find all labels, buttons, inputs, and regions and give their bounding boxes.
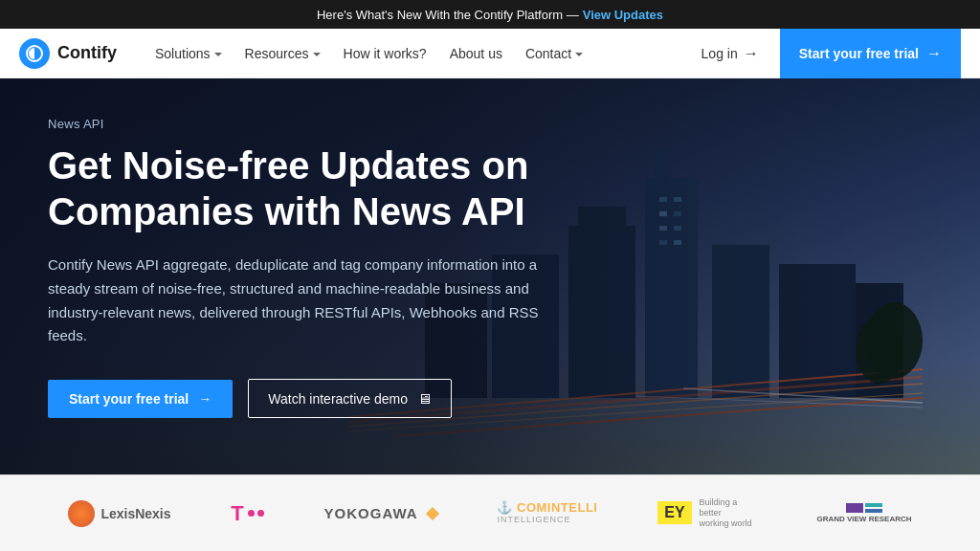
logo-icon <box>19 38 50 69</box>
nav-item-about-us[interactable]: About us <box>440 40 512 67</box>
nav-item-how-it-works[interactable]: How it works? <box>334 40 436 67</box>
nav-item-resources[interactable]: Resources <box>235 40 330 67</box>
grandview-blue-rect <box>865 509 882 513</box>
hero-cta-primary-button[interactable]: Start your free trial → <box>48 380 233 418</box>
announcement-link[interactable]: View Updates <box>583 8 663 22</box>
logo-link[interactable]: Contify <box>19 38 117 69</box>
login-icon: → <box>744 45 759 62</box>
hero-section: News API Get Noise-free Updates on Compa… <box>0 78 980 474</box>
logo-text: Contify <box>57 43 117 63</box>
logo-lexisnexis: LexisNexis <box>68 500 170 527</box>
announcement-bar: Here's What's New With the Contify Platf… <box>0 0 980 29</box>
nav-links: Solutions Resources How it works? About … <box>145 40 692 67</box>
logo-yokogawa: YOKOGAWA <box>324 505 437 521</box>
contify-logo-svg <box>26 45 43 62</box>
grandview-purple-rect <box>846 503 863 513</box>
tmobile-dots <box>248 510 264 517</box>
hero-content: News API Get Noise-free Updates on Compa… <box>0 78 593 456</box>
grandview-graphic <box>846 503 882 513</box>
hero-description: Contify News API aggregate, deduplicate … <box>48 253 546 348</box>
chevron-down-icon <box>575 53 583 56</box>
chevron-down-icon <box>313 53 321 56</box>
hero-cta-secondary-button[interactable]: Watch interactive demo 🖥 <box>248 379 452 418</box>
main-nav: Contify Solutions Resources How it works… <box>0 29 980 78</box>
grandview-teal-rect <box>865 503 882 507</box>
ey-icon: EY <box>657 501 691 524</box>
tmobile-t-icon: T <box>231 501 243 526</box>
tmobile-dot-1 <box>248 510 255 517</box>
logo-comintelli: ⚓ COMINTELLI INTELLIGENCE <box>497 501 597 524</box>
logo-ey: EY Building a betterworking world <box>657 497 756 528</box>
announcement-text: Here's What's New With the Contify Platf… <box>317 8 579 22</box>
lexisnexis-text: LexisNexis <box>100 506 170 521</box>
nav-cta-button[interactable]: Start your free trial → <box>780 29 961 78</box>
yokogawa-text: YOKOGAWA <box>324 505 418 521</box>
tmobile-dot-2 <box>257 510 264 517</box>
hero-buttons: Start your free trial → Watch interactiv… <box>48 379 546 418</box>
ey-subtext: Building a betterworking world <box>700 497 757 528</box>
nav-item-contact[interactable]: Contact <box>516 40 592 67</box>
monitor-icon: 🖥 <box>417 390 432 407</box>
logos-bar: LexisNexis T YOKOGAWA ⚓ COMINTELLI INTEL… <box>0 474 980 551</box>
yokogawa-diamond-icon <box>426 506 439 519</box>
lexisnexis-icon <box>68 500 95 527</box>
login-button[interactable]: Log in → <box>692 39 768 68</box>
hero-eyebrow: News API <box>48 117 546 131</box>
logo-grandview: GRAND VIEW RESEARCH <box>816 503 911 523</box>
comintelli-text: ⚓ COMINTELLI <box>497 501 597 515</box>
arrow-right-icon: → <box>198 391 212 407</box>
grandview-text: GRAND VIEW RESEARCH <box>816 515 911 523</box>
comintelli-subtext: INTELLIGENCE <box>497 516 597 525</box>
arrow-right-icon: → <box>926 45 942 62</box>
hero-title: Get Noise-free Updates on Companies with… <box>48 143 546 234</box>
chevron-down-icon <box>214 53 222 56</box>
nav-right: Log in → Start your free trial → <box>692 29 961 78</box>
logo-tmobile: T <box>231 501 263 526</box>
nav-item-solutions[interactable]: Solutions <box>145 40 232 67</box>
